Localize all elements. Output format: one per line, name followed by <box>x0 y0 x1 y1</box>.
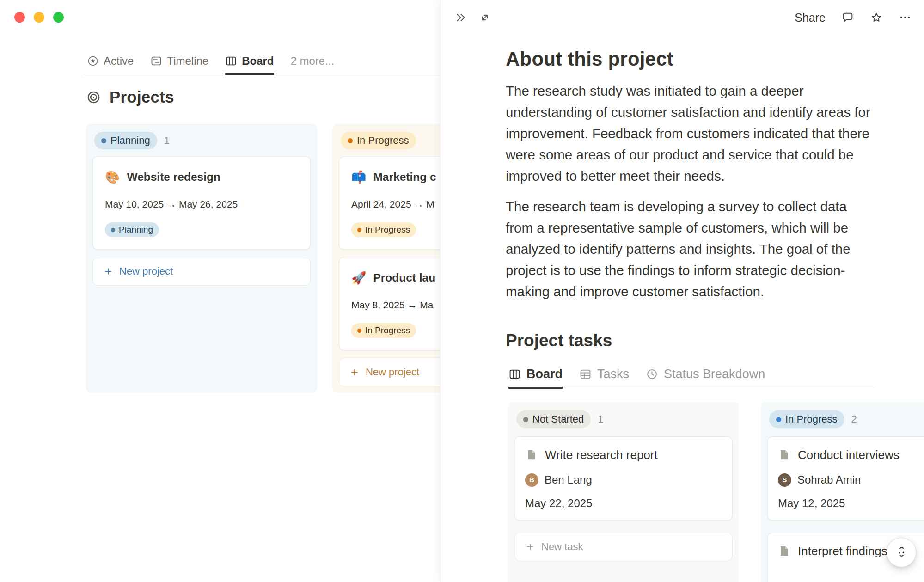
page-title-row: Projects <box>86 88 174 106</box>
assignee-name: Sohrab Amin <box>797 473 861 487</box>
new-project-button[interactable]: New project <box>339 358 440 386</box>
view-tab-label: Active <box>104 55 134 67</box>
tasks-tab-label: Status Breakdown <box>664 367 765 381</box>
card-tag-row: Planning <box>105 222 298 237</box>
status-dot <box>111 228 115 232</box>
view-tab-active[interactable]: Active <box>87 55 134 75</box>
notion-window: Active Timeline Board 2 more... <box>0 0 924 582</box>
view-tab-label: Board <box>242 55 274 67</box>
toolbar-right-icons: Share <box>795 11 912 25</box>
task-title: Conduct interviews <box>798 447 900 463</box>
tasks-view-tabs: Board Tasks Status Breakdown <box>506 364 875 388</box>
assignee-row: B Ben Lang <box>525 473 722 487</box>
side-peek-panel: Share About this project The research st… <box>440 0 924 582</box>
new-task-button[interactable]: New task <box>514 533 733 561</box>
task-title: Write research report <box>545 447 658 463</box>
column-header: Planning 1 <box>92 130 311 151</box>
status-pill-in-progress: In Progress <box>341 132 416 149</box>
close-button[interactable] <box>14 12 25 23</box>
board-icon <box>508 368 521 380</box>
tasks-tab-board[interactable]: Board <box>508 367 563 389</box>
due-date: May 22, 2025 <box>525 497 722 510</box>
card-dates: April 24, 2025 → M <box>351 197 440 211</box>
status-label: Planning <box>110 135 150 147</box>
doc-title: About this project <box>506 47 924 71</box>
page-icon <box>525 448 538 461</box>
collapse-double-chevron-icon[interactable] <box>454 11 467 24</box>
project-document: About this project The research study wa… <box>441 47 924 582</box>
share-button[interactable]: Share <box>795 11 826 25</box>
database-view-tabs: Active Timeline Board 2 more... <box>82 48 440 74</box>
mailbox-emoji-icon: 📫 <box>351 171 366 183</box>
status-pill-planning: Planning <box>94 132 157 149</box>
view-tab-more[interactable]: 2 more... <box>291 55 335 75</box>
kanban-column-planning: Planning 1 🎨 Website redesign May 10, 20… <box>86 124 317 393</box>
plus-icon <box>525 542 535 552</box>
new-project-button[interactable]: New project <box>92 257 311 286</box>
assignee-name: Ben Lang <box>545 473 592 487</box>
projects-board: Planning 1 🎨 Website redesign May 10, 20… <box>86 124 440 393</box>
star-circle-icon <box>87 55 99 67</box>
tag-pill-in-progress: In Progress <box>351 222 416 237</box>
tag-pill-in-progress: In Progress <box>351 323 416 338</box>
window-controls <box>14 12 64 23</box>
status-pill-not-started: Not Started <box>516 410 591 428</box>
status-label: In Progress <box>357 135 409 147</box>
new-project-label: New project <box>366 366 419 378</box>
bullseye-icon <box>86 90 101 105</box>
notion-ai-face-icon <box>893 544 910 561</box>
project-card-website-redesign[interactable]: 🎨 Website redesign May 10, 2025 → May 26… <box>92 156 311 250</box>
card-tag-row: In Progress <box>351 323 440 338</box>
assignee-row: S Sohrab Amin <box>778 473 924 487</box>
notion-ai-button[interactable] <box>887 538 916 567</box>
project-card-marketing[interactable]: 📫 Marketing c April 24, 2025 → M In Prog… <box>339 156 440 250</box>
tag-pill-planning: Planning <box>105 222 159 237</box>
tasks-tab-label: Board <box>526 367 563 381</box>
palette-emoji-icon: 🎨 <box>105 171 120 183</box>
doc-paragraph-2: The research team is developing a survey… <box>506 196 872 302</box>
task-card-conduct-interviews[interactable]: Conduct interviews S Sohrab Amin May 12,… <box>767 436 924 521</box>
expand-diagonal-icon[interactable] <box>478 11 491 24</box>
avatar-sohrab-amin: S <box>778 473 791 487</box>
tag-label: Planning <box>119 225 153 235</box>
tasks-tab-label: Tasks <box>597 367 629 381</box>
zoom-button[interactable] <box>53 12 64 23</box>
peek-toolbar: Share <box>441 0 924 35</box>
card-tag-row: In Progress <box>351 222 440 237</box>
column-count: 1 <box>598 413 603 425</box>
view-tab-board[interactable]: Board <box>225 55 274 75</box>
timeline-icon <box>150 55 162 67</box>
favorite-star-icon[interactable] <box>870 11 883 24</box>
kanban-column-in-progress: In Progress 📫 Marketing c April 24, 2025… <box>332 124 440 393</box>
avatar-ben-lang: B <box>525 473 538 487</box>
page-icon <box>778 545 791 557</box>
new-project-label: New project <box>119 265 173 277</box>
column-count: 1 <box>164 135 170 147</box>
status-dot <box>523 417 528 422</box>
tasks-board: Not Started 1 Write research report <box>508 402 924 582</box>
page-title: Projects <box>110 88 174 106</box>
task-card-write-research-report[interactable]: Write research report B Ben Lang May 22,… <box>514 436 733 521</box>
view-tab-label: Timeline <box>167 55 208 67</box>
card-title: Product lau <box>373 270 435 286</box>
new-task-label: New task <box>541 541 583 553</box>
tag-label: In Progress <box>365 325 410 336</box>
toolbar-left-icons <box>454 11 491 24</box>
comments-icon[interactable] <box>841 11 854 24</box>
minimize-button[interactable] <box>34 12 44 23</box>
card-dates: May 10, 2025 → May 26, 2025 <box>105 197 298 211</box>
card-title-row: 📫 Marketing c <box>351 169 440 185</box>
main-page-pane: Active Timeline Board 2 more... <box>0 0 440 582</box>
card-title: Website redesign <box>127 169 220 185</box>
column-header: Not Started 1 <box>514 409 733 430</box>
project-card-product-launch[interactable]: 🚀 Product lau May 8, 2025 → Ma In Progre… <box>339 257 440 350</box>
plus-icon <box>349 367 360 377</box>
status-dot <box>357 228 361 232</box>
page-icon <box>778 448 791 461</box>
view-tab-timeline[interactable]: Timeline <box>150 55 208 75</box>
card-title-row: 🚀 Product lau <box>351 270 440 286</box>
more-options-icon[interactable] <box>899 11 912 24</box>
status-dot <box>357 329 361 333</box>
tasks-tab-status-breakdown[interactable]: Status Breakdown <box>646 367 765 389</box>
tasks-tab-tasks[interactable]: Tasks <box>579 367 629 389</box>
